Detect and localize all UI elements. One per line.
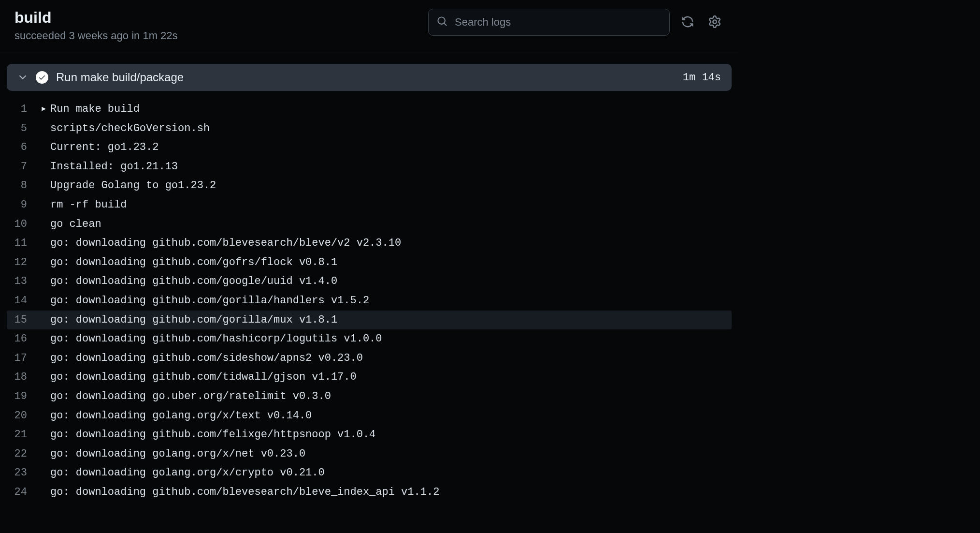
log-text: go: downloading github.com/felixge/https… — [50, 425, 375, 444]
log-line[interactable]: 10go clean — [7, 215, 732, 234]
log-text: go: downloading github.com/gorilla/handl… — [50, 291, 369, 311]
log-line[interactable]: 7Installed: go1.21.13 — [7, 157, 732, 177]
log-line[interactable]: 16go: downloading github.com/hashicorp/l… — [7, 329, 732, 349]
log-text: go: downloading golang.org/x/crypto v0.2… — [50, 463, 325, 483]
line-number: 24 — [7, 483, 41, 502]
log-line[interactable]: 9rm -rf build — [7, 195, 732, 215]
expand-caret-icon[interactable]: ▸ — [41, 100, 50, 119]
page-subtitle: succeeded 3 weeks ago in 1m 22s — [14, 30, 178, 42]
chevron-down-icon — [17, 72, 28, 83]
line-number: 17 — [7, 349, 41, 368]
log-text: go: downloading github.com/sideshow/apns… — [50, 349, 363, 368]
line-number: 8 — [7, 176, 41, 195]
line-number: 16 — [7, 329, 41, 349]
log-text: rm -rf build — [50, 195, 127, 215]
line-number: 5 — [7, 119, 41, 138]
line-number: 9 — [7, 195, 41, 215]
log-line[interactable]: 14go: downloading github.com/gorilla/han… — [7, 291, 732, 311]
line-number: 22 — [7, 444, 41, 464]
log-text: go: downloading github.com/blevesearch/b… — [50, 483, 439, 502]
step-header[interactable]: Run make build/package 1m 14s — [7, 64, 732, 91]
header-right — [428, 9, 724, 36]
line-number: 11 — [7, 234, 41, 253]
log-text: scripts/checkGoVersion.sh — [50, 119, 210, 138]
log-line[interactable]: 12go: downloading github.com/gofrs/flock… — [7, 253, 732, 272]
log-line[interactable]: 13go: downloading github.com/google/uuid… — [7, 272, 732, 291]
line-number: 21 — [7, 425, 41, 444]
log-text: Upgrade Golang to go1.23.2 — [50, 176, 216, 195]
log-output: 1▸Run make build5scripts/checkGoVersion.… — [0, 96, 738, 511]
log-line[interactable]: 24go: downloading github.com/blevesearch… — [7, 483, 732, 502]
line-number: 13 — [7, 272, 41, 291]
refresh-button[interactable] — [678, 13, 697, 32]
log-line[interactable]: 17go: downloading github.com/sideshow/ap… — [7, 349, 732, 368]
log-text: Current: go1.23.2 — [50, 138, 159, 157]
log-text: Installed: go1.21.13 — [50, 157, 178, 177]
log-line[interactable]: 22go: downloading golang.org/x/net v0.23… — [7, 444, 732, 464]
log-line[interactable]: 1▸Run make build — [7, 100, 732, 119]
line-number: 23 — [7, 463, 41, 483]
log-line[interactable]: 8Upgrade Golang to go1.23.2 — [7, 176, 732, 195]
log-text: go: downloading github.com/tidwall/gjson… — [50, 368, 357, 387]
line-number: 19 — [7, 387, 41, 406]
step-title: Run make build/package — [56, 71, 675, 84]
log-line[interactable]: 6Current: go1.23.2 — [7, 138, 732, 157]
log-text: go: downloading golang.org/x/text v0.14.… — [50, 406, 312, 426]
log-text: go: downloading github.com/gofrs/flock v… — [50, 253, 337, 272]
line-number: 14 — [7, 291, 41, 311]
check-circle-icon — [36, 71, 48, 84]
search-input[interactable] — [428, 9, 670, 36]
log-line[interactable]: 15go: downloading github.com/gorilla/mux… — [7, 311, 732, 330]
line-number: 10 — [7, 215, 41, 234]
line-number: 7 — [7, 157, 41, 177]
log-line[interactable]: 11go: downloading github.com/blevesearch… — [7, 234, 732, 253]
search-wrap — [428, 9, 670, 36]
page-title: build — [14, 9, 178, 27]
header-left: build succeeded 3 weeks ago in 1m 22s — [14, 9, 178, 42]
line-number: 20 — [7, 406, 41, 426]
log-text: go: downloading golang.org/x/net v0.23.0 — [50, 444, 305, 464]
log-text: go: downloading github.com/gorilla/mux v… — [50, 311, 337, 330]
log-line[interactable]: 5scripts/checkGoVersion.sh — [7, 119, 732, 138]
refresh-icon — [681, 15, 694, 30]
log-text: go: downloading github.com/hashicorp/log… — [50, 329, 382, 349]
log-line[interactable]: 23go: downloading golang.org/x/crypto v0… — [7, 463, 732, 483]
log-text: go clean — [50, 215, 101, 234]
gear-icon — [708, 15, 721, 30]
line-number: 6 — [7, 138, 41, 157]
log-text: go: downloading github.com/google/uuid v… — [50, 272, 337, 291]
line-number: 18 — [7, 368, 41, 387]
log-line[interactable]: 20go: downloading golang.org/x/text v0.1… — [7, 406, 732, 426]
page-header: build succeeded 3 weeks ago in 1m 22s — [0, 0, 738, 52]
line-number: 1 — [7, 100, 41, 119]
log-text: go: downloading github.com/blevesearch/b… — [50, 234, 401, 253]
settings-button[interactable] — [706, 13, 724, 32]
log-line[interactable]: 18go: downloading github.com/tidwall/gjs… — [7, 368, 732, 387]
log-line[interactable]: 19go: downloading go.uber.org/ratelimit … — [7, 387, 732, 406]
log-text: Run make build — [50, 100, 140, 119]
line-number: 12 — [7, 253, 41, 272]
step-duration: 1m 14s — [683, 72, 721, 84]
line-number: 15 — [7, 311, 41, 330]
log-text: go: downloading go.uber.org/ratelimit v0… — [50, 387, 331, 406]
log-line[interactable]: 21go: downloading github.com/felixge/htt… — [7, 425, 732, 444]
